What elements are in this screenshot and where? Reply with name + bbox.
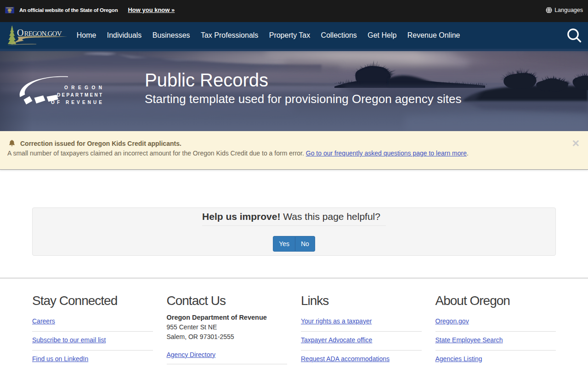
svg-text:DEPARTMENT: DEPARTMENT [57, 92, 102, 98]
svg-text:REGON.GOV: REGON.GOV [24, 30, 62, 37]
svg-text:OREGON: OREGON [64, 85, 102, 90]
svg-text:OF REVENUE: OF REVENUE [51, 100, 102, 105]
svg-text:O: O [17, 28, 23, 38]
